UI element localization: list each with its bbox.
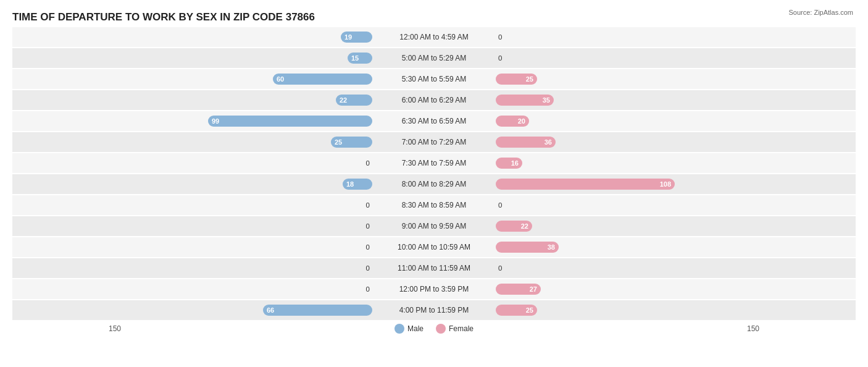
bar-female: 38 bbox=[496, 242, 559, 253]
male-value: 25 bbox=[335, 138, 342, 146]
time-label: 12:00 AM to 4:59 AM bbox=[372, 33, 496, 41]
legend-female-box bbox=[436, 324, 446, 334]
axis-right: 150 bbox=[743, 324, 854, 333]
male-value-outside: 0 bbox=[366, 285, 370, 293]
bar-left-wrap: 0 bbox=[12, 195, 372, 215]
bar-right-wrap: 36 bbox=[496, 132, 856, 152]
male-value-outside: 0 bbox=[366, 243, 370, 251]
time-label: 7:00 AM to 7:29 AM bbox=[372, 138, 496, 146]
female-value-outside: 0 bbox=[498, 33, 502, 41]
bar-left-wrap: 0 bbox=[12, 216, 372, 236]
bar-male: 22 bbox=[336, 95, 372, 106]
female-value-outside: 0 bbox=[498, 201, 502, 209]
bar-left-wrap: 15 bbox=[12, 48, 372, 68]
legend: Male Female bbox=[394, 324, 474, 334]
female-value: 27 bbox=[530, 285, 537, 293]
bar-female: 22 bbox=[496, 221, 532, 232]
female-value: 35 bbox=[543, 96, 550, 104]
time-label: 7:30 AM to 7:59 AM bbox=[372, 159, 496, 167]
source-label: Source: ZipAtlas.com bbox=[788, 9, 853, 16]
female-value: 22 bbox=[521, 222, 528, 230]
male-value: 19 bbox=[344, 33, 352, 41]
male-value-outside: 0 bbox=[366, 201, 370, 209]
bar-right-wrap: 25 bbox=[496, 300, 856, 320]
bar-right-wrap: 27 bbox=[496, 279, 856, 299]
time-label: 6:00 AM to 6:29 AM bbox=[372, 96, 496, 104]
bar-right-wrap: 0 bbox=[496, 258, 856, 278]
male-value: 99 bbox=[212, 117, 219, 125]
time-label: 10:00 AM to 10:59 AM bbox=[372, 243, 496, 251]
time-label: 5:00 AM to 5:29 AM bbox=[372, 54, 496, 62]
bar-male: 66 bbox=[263, 305, 372, 316]
bar-row: 0 10:00 AM to 10:59 AM 38 bbox=[12, 237, 856, 257]
bar-left-wrap: 18 bbox=[12, 174, 372, 194]
time-label: 8:30 AM to 8:59 AM bbox=[372, 201, 496, 209]
bar-left-wrap: 60 bbox=[12, 69, 372, 89]
bar-left-wrap: 99 bbox=[12, 111, 372, 131]
time-label: 4:00 PM to 11:59 PM bbox=[372, 306, 496, 314]
male-value: 22 bbox=[340, 96, 347, 104]
bar-row: 15 5:00 AM to 5:29 AM 0 bbox=[12, 48, 856, 68]
bar-left-wrap: 19 bbox=[12, 27, 372, 47]
bar-row: 0 7:30 AM to 7:59 AM 16 bbox=[12, 153, 856, 173]
bar-left-wrap: 0 bbox=[12, 258, 372, 278]
bar-right-wrap: 20 bbox=[496, 111, 856, 131]
bar-row: 66 4:00 PM to 11:59 PM 25 bbox=[12, 300, 856, 320]
time-label: 12:00 PM to 3:59 PM bbox=[372, 285, 496, 293]
bar-row: 99 6:30 AM to 6:59 AM 20 bbox=[12, 111, 856, 131]
bar-left-wrap: 0 bbox=[12, 237, 372, 257]
male-value: 18 bbox=[346, 180, 354, 188]
bar-row: 0 8:30 AM to 8:59 AM 0 bbox=[12, 195, 856, 215]
time-label: 5:30 AM to 5:59 AM bbox=[372, 75, 496, 83]
bar-row: 19 12:00 AM to 4:59 AM 0 bbox=[12, 27, 856, 47]
bar-left-wrap: 0 bbox=[12, 279, 372, 299]
legend-male: Male bbox=[394, 324, 424, 334]
female-value: 25 bbox=[526, 306, 533, 314]
female-value: 20 bbox=[518, 117, 525, 125]
male-value: 15 bbox=[351, 54, 359, 62]
female-value: 108 bbox=[660, 180, 671, 188]
bar-row: 60 5:30 AM to 5:59 AM 25 bbox=[12, 69, 856, 89]
bar-right-wrap: 0 bbox=[496, 27, 856, 47]
bar-right-wrap: 22 bbox=[496, 216, 856, 236]
bar-female: 27 bbox=[496, 284, 541, 295]
bar-right-wrap: 35 bbox=[496, 90, 856, 110]
bar-male: 60 bbox=[273, 74, 372, 85]
bar-row: 0 11:00 AM to 11:59 AM 0 bbox=[12, 258, 856, 278]
bar-left-wrap: 25 bbox=[12, 132, 372, 152]
bar-left-wrap: 22 bbox=[12, 90, 372, 110]
bar-female: 16 bbox=[496, 158, 522, 169]
bar-left-wrap: 0 bbox=[12, 153, 372, 173]
bar-row: 0 12:00 PM to 3:59 PM 27 bbox=[12, 279, 856, 299]
bar-right-wrap: 38 bbox=[496, 237, 856, 257]
bar-right-wrap: 0 bbox=[496, 48, 856, 68]
bar-right-wrap: 0 bbox=[496, 195, 856, 215]
male-value-outside: 0 bbox=[366, 222, 370, 230]
legend-female: Female bbox=[436, 324, 474, 334]
female-value: 16 bbox=[511, 159, 519, 167]
legend-male-box bbox=[394, 324, 404, 334]
female-value-outside: 0 bbox=[498, 264, 502, 272]
bar-male: 18 bbox=[343, 179, 372, 190]
bar-row: 0 9:00 AM to 9:59 AM 22 bbox=[12, 216, 856, 236]
bar-male: 99 bbox=[208, 116, 372, 127]
male-value: 66 bbox=[267, 306, 274, 314]
bar-female: 20 bbox=[496, 116, 529, 127]
time-label: 8:00 AM to 8:29 AM bbox=[372, 180, 496, 188]
female-value: 25 bbox=[526, 75, 533, 83]
bar-female: 25 bbox=[496, 74, 537, 85]
bar-right-wrap: 25 bbox=[496, 69, 856, 89]
bar-left-wrap: 66 bbox=[12, 300, 372, 320]
female-value: 36 bbox=[545, 138, 552, 146]
bar-row: 18 8:00 AM to 8:29 AM 108 bbox=[12, 174, 856, 194]
bar-right-wrap: 108 bbox=[496, 174, 856, 194]
bar-right-wrap: 16 bbox=[496, 153, 856, 173]
time-label: 9:00 AM to 9:59 AM bbox=[372, 222, 496, 230]
male-value: 60 bbox=[277, 75, 284, 83]
male-value-outside: 0 bbox=[366, 159, 370, 167]
male-value-outside: 0 bbox=[366, 264, 370, 272]
bar-male: 25 bbox=[331, 137, 372, 148]
bar-row: 25 7:00 AM to 7:29 AM 36 bbox=[12, 132, 856, 152]
bar-female: 108 bbox=[496, 179, 675, 190]
bar-male: 19 bbox=[341, 32, 372, 43]
